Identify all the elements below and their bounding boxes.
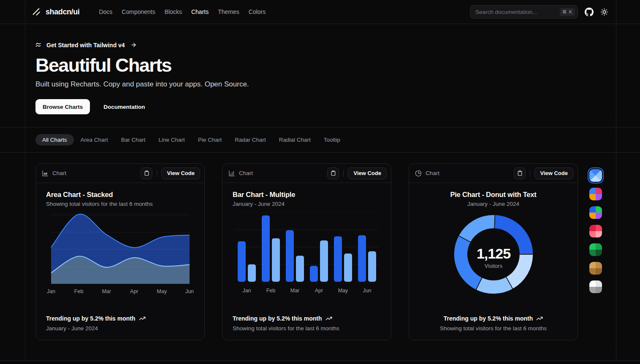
nav-link-charts[interactable]: Charts xyxy=(191,8,209,15)
search-kbd-shortcut: ⌘ K xyxy=(560,8,575,16)
svg-text:Feb: Feb xyxy=(74,289,84,294)
footer-sub-text: Showing total visitors for the last 6 mo… xyxy=(440,325,547,332)
section-bottom-border xyxy=(0,361,640,364)
hero-section: Get Started with Tailwind v4 Beautiful C… xyxy=(35,41,249,114)
toolbar-label: Chart xyxy=(239,170,253,176)
area-chart-plot: JanFebMarAprMayJun xyxy=(46,212,194,296)
copy-code-button[interactable] xyxy=(141,167,152,179)
nav-link-blocks[interactable]: Blocks xyxy=(165,8,182,15)
svg-text:Mar: Mar xyxy=(290,288,300,294)
theme-swatch-rose[interactable] xyxy=(589,225,602,237)
svg-text:Jan: Jan xyxy=(242,288,251,294)
chart-card-title: Pie Chart - Donut with Text xyxy=(450,191,536,199)
announcement-link[interactable]: Get Started with Tailwind v4 xyxy=(35,41,249,49)
hero-actions: Browse Charts Documentation xyxy=(35,99,249,114)
area-chart-icon xyxy=(42,170,49,177)
footer-trend-text: Trending up by 5.2% this month xyxy=(46,315,136,322)
theme-swatch-multi-green[interactable] xyxy=(589,206,602,219)
card-toolbar: Chart View Code xyxy=(36,164,204,183)
svg-text:Jun: Jun xyxy=(185,289,194,294)
card-toolbar: Chart View Code xyxy=(409,164,578,183)
nav-link-themes[interactable]: Themes xyxy=(218,8,239,15)
svg-text:May: May xyxy=(157,289,167,294)
tab-radar-chart[interactable]: Radar Chart xyxy=(235,134,266,146)
trending-up-icon xyxy=(139,315,146,322)
documentation-button[interactable]: Documentation xyxy=(98,99,151,114)
card-footer: Trending up by 5.2% this month January -… xyxy=(46,315,194,332)
arrow-right-icon xyxy=(130,42,137,48)
theme-toggle-sun-icon[interactable] xyxy=(600,8,608,16)
page-subtitle: Built using Recharts. Copy and paste int… xyxy=(35,80,249,89)
card-area-chart: Chart View Code Area Chart - Stacked Sho… xyxy=(35,163,205,340)
svg-text:Apr: Apr xyxy=(315,288,323,294)
search-input[interactable]: Search documentation... ⌘ K xyxy=(470,5,578,19)
trending-up-icon xyxy=(325,315,332,322)
theme-swatch-amber[interactable] xyxy=(589,262,602,275)
copy-code-button[interactable] xyxy=(514,167,526,179)
toolbar-divider xyxy=(157,170,157,177)
page-title: Beautiful Charts xyxy=(35,54,249,76)
nav-link-docs[interactable]: Docs xyxy=(99,8,112,15)
pie-chart-icon xyxy=(415,170,422,177)
view-code-button[interactable]: View Code xyxy=(534,167,573,179)
chart-cards-row: Chart View Code Area Chart - Stacked Sho… xyxy=(35,163,578,340)
theme-swatch-multi-rose[interactable] xyxy=(589,188,602,200)
browse-charts-button[interactable]: Browse Charts xyxy=(35,99,90,114)
chart-card-description: Showing total visitors for the last 6 mo… xyxy=(46,201,194,207)
card-pie-chart: Chart View Code Pie Chart - Donut with T… xyxy=(409,163,578,340)
shadcn-logo-icon xyxy=(32,7,41,17)
tab-bar-chart[interactable]: Bar Chart xyxy=(121,134,146,146)
chart-card-title: Bar Chart - Multiple xyxy=(233,191,381,199)
footer-trend-text: Trending up by 5.2% this month xyxy=(444,315,533,322)
svg-text:Jun: Jun xyxy=(363,288,371,294)
bar-chart-icon xyxy=(228,170,235,177)
tab-line-chart[interactable]: Line Chart xyxy=(159,134,185,146)
tab-all-charts[interactable]: All Charts xyxy=(35,134,74,146)
chart-filter-tabs: All ChartsArea ChartBar ChartLine ChartP… xyxy=(35,134,353,146)
nav-links: DocsComponentsBlocksChartsThemesColors xyxy=(89,8,266,15)
svg-text:Mar: Mar xyxy=(102,289,111,294)
github-icon[interactable] xyxy=(585,8,594,16)
theme-swatch-green[interactable] xyxy=(589,243,602,256)
svg-text:Apr: Apr xyxy=(130,289,138,294)
theme-picker xyxy=(589,169,602,293)
theme-swatch-blue[interactable] xyxy=(589,169,602,182)
toolbar-label: Chart xyxy=(52,170,66,176)
tab-area-chart[interactable]: Area Chart xyxy=(81,134,108,146)
tab-pie-chart[interactable]: Pie Chart xyxy=(198,134,222,146)
card-footer: Trending up by 5.2% this month Showing t… xyxy=(233,315,381,332)
toolbar-label: Chart xyxy=(426,170,439,176)
svg-text:Visitors: Visitors xyxy=(484,263,502,269)
page-left-border xyxy=(25,0,25,364)
copy-code-button[interactable] xyxy=(327,167,339,179)
toolbar-divider xyxy=(530,170,530,177)
chart-filter-bar: All ChartsArea ChartBar ChartLine ChartP… xyxy=(0,127,640,153)
tailwind-icon xyxy=(35,41,43,49)
tab-radial-chart[interactable]: Radial Chart xyxy=(279,134,311,146)
card-footer: Trending up by 5.2% this month Showing t… xyxy=(440,315,547,332)
top-nav: shadcn/ui DocsComponentsBlocksChartsThem… xyxy=(0,0,640,24)
footer-trend-text: Trending up by 5.2% this month xyxy=(233,315,322,322)
toolbar-divider xyxy=(343,170,344,177)
page-right-border xyxy=(616,0,616,364)
nav-link-colors[interactable]: Colors xyxy=(249,8,266,15)
nav-link-components[interactable]: Components xyxy=(122,8,155,15)
svg-text:May: May xyxy=(338,288,348,294)
bar-chart-plot: JanFebMarAprMayJun xyxy=(233,212,381,296)
chart-card-description: January - June 2024 xyxy=(467,201,519,207)
view-code-button[interactable]: View Code xyxy=(348,167,387,179)
svg-text:1,125: 1,125 xyxy=(476,245,510,262)
donut-chart-plot: 1,125Visitors xyxy=(451,212,536,297)
trending-up-icon xyxy=(536,315,543,322)
chart-card-title: Area Chart - Stacked xyxy=(46,191,194,199)
announcement-text: Get Started with Tailwind v4 xyxy=(46,42,125,49)
brand[interactable]: shadcn/ui xyxy=(32,7,79,17)
svg-text:Jan: Jan xyxy=(47,289,55,294)
tab-tooltip[interactable]: Tooltip xyxy=(324,134,340,146)
svg-text:Feb: Feb xyxy=(266,288,276,294)
brand-name: shadcn/ui xyxy=(46,8,79,16)
theme-swatch-mono[interactable] xyxy=(589,280,602,293)
footer-sub-text: January - June 2024 xyxy=(46,325,194,332)
view-code-button[interactable]: View Code xyxy=(161,167,200,179)
nav-icons xyxy=(585,8,608,16)
